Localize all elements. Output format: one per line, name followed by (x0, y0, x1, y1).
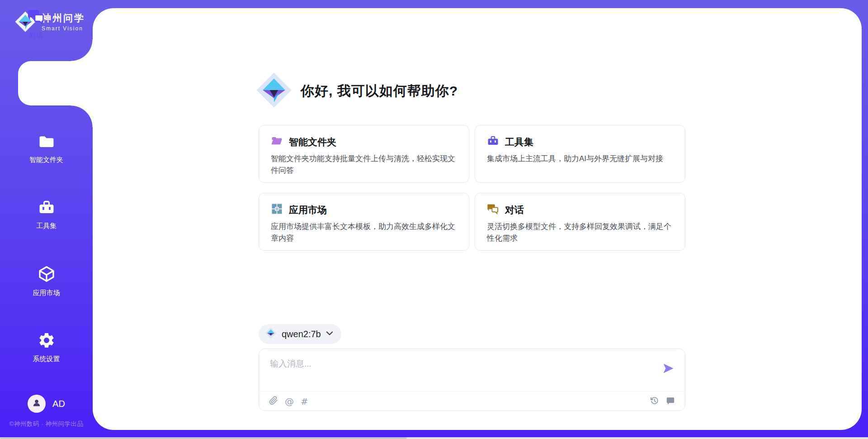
sidebar-item-app-market[interactable]: 应用市场 (0, 265, 93, 296)
page-title: 你好, 我可以如何帮助你? (301, 82, 458, 100)
chat-icon (487, 203, 499, 217)
gear-icon (38, 331, 56, 351)
mention-button[interactable]: @ (285, 397, 294, 406)
hash-icon: # (301, 397, 308, 406)
card-title: 对话 (505, 204, 524, 216)
sidebar-item-label: 工具集 (36, 222, 57, 229)
sidebar-item-label: 对话 (29, 32, 43, 38)
paperclip-icon (269, 396, 278, 407)
tab-fillet-top (71, 39, 93, 61)
person-icon (31, 397, 42, 410)
card-title: 智能文件夹 (289, 136, 336, 148)
card-toolkit[interactable]: 工具集 集成市场上主流工具，助力AI与外界无缝扩展与对接 (475, 125, 685, 183)
card-description: 灵活切换多模型文件，支持多样回复效果调试，满足个性化需求 (487, 221, 673, 244)
sidebar-item-chat[interactable] (18, 61, 93, 105)
brand-diamond-logo-icon (255, 72, 292, 110)
copyright-footer: ©神州数码 · 神州问学出品 (0, 420, 93, 428)
send-button[interactable] (661, 363, 675, 375)
card-description: 应用市场提供丰富长文本模板，助力高效生成多样化文章内容 (271, 221, 457, 244)
folder-icon (38, 133, 56, 152)
sidebar-item-settings[interactable]: 系统设置 (0, 331, 93, 362)
horizontal-scrollbar-thumb[interactable] (0, 437, 407, 439)
cube-icon (38, 265, 56, 285)
sidebar-item-smart-folder[interactable]: 智能文件夹 (0, 133, 93, 163)
greeting-row: 你好, 我可以如何帮助你? (255, 72, 458, 110)
card-description: 集成市场上主流工具，助力AI与外界无缝扩展与对接 (487, 153, 673, 165)
user-account[interactable]: AD (0, 395, 93, 413)
model-selector[interactable]: qwen2:7b (259, 324, 341, 344)
sidebar-item-label: 智能文件夹 (29, 156, 63, 163)
sidebar-item-label: 应用市场 (33, 289, 60, 296)
briefcase-icon (38, 199, 56, 218)
card-title: 工具集 (505, 136, 533, 148)
send-icon (662, 369, 675, 376)
feature-cards: 智能文件夹 智能文件夹功能支持批量文件上传与清洗，轻松实现文件问答 工具集 集成… (259, 125, 685, 251)
feedback-button[interactable] (666, 396, 675, 406)
message-composer: @ # (259, 348, 685, 411)
sidebar-item-label: 系统设置 (33, 355, 60, 362)
chevron-down-icon (326, 330, 333, 338)
grid-icon (271, 203, 283, 217)
tab-fillet-bottom (71, 105, 93, 127)
briefcase-icon (487, 135, 499, 149)
sidebar-item-toolkit[interactable]: 工具集 (0, 199, 93, 229)
avatar (28, 395, 46, 413)
card-description: 智能文件夹功能支持批量文件上传与清洗，轻松实现文件问答 (271, 153, 457, 176)
model-name: qwen2:7b (282, 329, 321, 339)
card-app-market[interactable]: 应用市场 应用市场提供丰富长文本模板，助力高效生成多样化文章内容 (259, 193, 469, 251)
user-initials: AD (52, 399, 65, 409)
sidebar-item-chat-content[interactable]: 对话 (0, 8, 72, 38)
card-chat[interactable]: 对话 灵活切换多模型文件，支持多样回复效果调试，满足个性化需求 (475, 193, 685, 251)
message-input[interactable] (259, 349, 643, 389)
main-panel: 你好, 我可以如何帮助你? 智能文件夹 智能文件夹功能支持批量文件上传与清洗，轻… (93, 8, 862, 430)
history-icon (650, 396, 659, 407)
chat-icon (27, 8, 45, 28)
at-icon: @ (285, 397, 294, 406)
horizontal-scrollbar[interactable] (0, 437, 868, 439)
attach-file-button[interactable] (269, 396, 278, 407)
composer-toolbar: @ # (259, 391, 685, 411)
message-icon (666, 396, 675, 406)
diamond-logo-icon (265, 327, 277, 341)
sidebar: 神州问学 Smart Vision 对话 智能文件夹 (0, 0, 93, 439)
history-button[interactable] (650, 396, 659, 407)
topic-button[interactable]: # (301, 397, 308, 406)
card-title: 应用市场 (289, 204, 327, 216)
card-smart-folder[interactable]: 智能文件夹 智能文件夹功能支持批量文件上传与清洗，轻松实现文件问答 (259, 125, 469, 183)
folder-open-icon (271, 135, 283, 149)
